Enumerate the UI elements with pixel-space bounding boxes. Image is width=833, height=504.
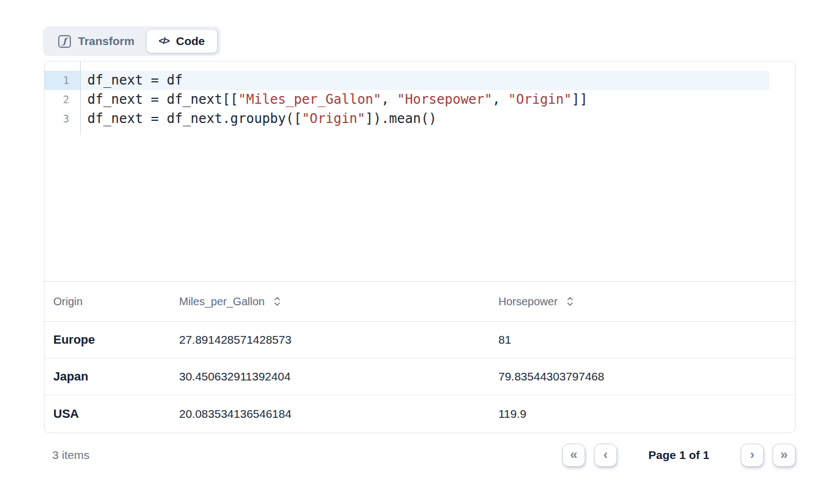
double-chevron-left-icon: « <box>570 447 577 462</box>
table-footer: 3 items « ‹ Page 1 of 1 › » <box>44 440 796 471</box>
items-count: 3 items <box>44 449 90 462</box>
table-row: Japan 30.450632911392404 79.835443037974… <box>45 359 795 395</box>
column-header-horsepower: Horsepower <box>490 295 795 308</box>
code-line-content: df_next = df_next[["Miles_per_Gallon", "… <box>80 90 795 109</box>
double-chevron-right-icon: » <box>780 447 787 462</box>
gutter-divider <box>80 61 81 135</box>
row-label: Europe <box>45 333 170 347</box>
cell-horsepower: 79.83544303797468 <box>490 370 795 383</box>
code-line: 2 df_next = df_next[["Miles_per_Gallon",… <box>45 90 795 109</box>
sort-icon[interactable] <box>566 296 574 307</box>
previous-page-button[interactable]: ‹ <box>594 444 617 467</box>
tab-code-label: Code <box>176 35 205 48</box>
row-label: Japan <box>45 369 170 384</box>
tab-transform-label: Transform <box>78 35 135 48</box>
tab-transform[interactable]: ƒ Transform <box>46 30 147 53</box>
code-line: 3 df_next = df_next.groupby(["Origin"]).… <box>45 109 795 128</box>
function-icon: ƒ <box>58 35 71 48</box>
cell-horsepower: 81 <box>490 333 795 346</box>
transform-panel: 1 df_next = df 2 df_next = df_next[["Mil… <box>44 61 796 433</box>
cell-miles-per-gallon: 20.083534136546184 <box>170 407 490 421</box>
view-tabbar: ƒ Transform </> Code <box>43 26 220 56</box>
last-page-button[interactable]: » <box>773 444 796 467</box>
code-line-content: df_next = df <box>80 71 795 90</box>
line-number: 3 <box>45 109 80 128</box>
line-number: 2 <box>45 90 80 109</box>
table-row: USA 20.083534136546184 119.9 <box>45 395 795 432</box>
line-number: 1 <box>45 71 80 90</box>
cell-miles-per-gallon: 30.450632911392404 <box>170 370 490 383</box>
cell-miles-per-gallon: 27.891428571428573 <box>170 333 490 346</box>
table-header-row: Origin Miles_per_Gallon Horsepower <box>45 282 795 322</box>
sort-icon[interactable] <box>273 296 281 307</box>
code-line-content: df_next = df_next.groupby(["Origin"]).me… <box>80 109 795 128</box>
column-header-origin: Origin <box>45 295 170 308</box>
chevron-left-icon: ‹ <box>603 447 608 462</box>
page-indicator: Page 1 of 1 <box>648 449 709 462</box>
pagination: « ‹ Page 1 of 1 › » <box>562 444 796 467</box>
code-editor[interactable]: 1 df_next = df 2 df_next = df_next[["Mil… <box>45 61 795 282</box>
cell-horsepower: 119.9 <box>490 407 795 421</box>
first-page-button[interactable]: « <box>562 444 585 467</box>
row-label: USA <box>45 407 170 421</box>
results-table: Origin Miles_per_Gallon Horsepower <box>45 282 795 432</box>
table-row: Europe 27.891428571428573 81 <box>45 322 795 359</box>
tab-code[interactable]: </> Code <box>147 30 217 53</box>
code-icon: </> <box>159 36 169 47</box>
next-page-button[interactable]: › <box>741 444 764 467</box>
code-line: 1 df_next = df <box>45 71 795 90</box>
chevron-right-icon: › <box>750 447 754 462</box>
column-header-miles-per-gallon: Miles_per_Gallon <box>170 295 490 308</box>
